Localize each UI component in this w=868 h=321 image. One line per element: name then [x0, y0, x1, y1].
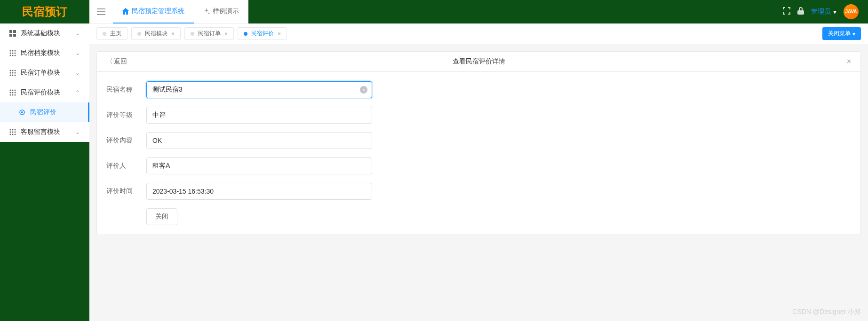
grid-icon — [9, 89, 16, 96]
sidebar-item-label: 系统基础模块 — [21, 29, 71, 38]
detail-form: 民宿名称 × 评价等级 评价内容 — [97, 72, 860, 235]
close-button[interactable]: 关闭 — [146, 208, 177, 225]
top-tab-system[interactable]: 民宿预定管理系统 — [113, 0, 194, 23]
top-tab-label: 样例演示 — [213, 7, 239, 16]
review-level-input[interactable] — [146, 107, 372, 124]
back-button[interactable]: 〈 返回 — [106, 57, 127, 66]
svg-point-37 — [15, 134, 16, 135]
top-tab-label: 民宿预定管理系统 — [132, 7, 184, 16]
form-label: 评价内容 — [106, 136, 146, 145]
page-tab-home[interactable]: 主页 — [96, 27, 127, 40]
close-icon[interactable]: × — [224, 31, 228, 37]
review-content-input[interactable] — [146, 132, 372, 149]
review-time-input[interactable] — [146, 183, 372, 200]
sparkle-icon — [203, 8, 210, 15]
sidebar-subitem-review[interactable]: 民宿评价 — [0, 102, 89, 122]
form-row-level: 评价等级 — [106, 107, 851, 124]
header: 民宿预订 民宿预定管理系统 样例演示 管理员 ▾ JAV — [0, 0, 868, 23]
tab-indicator-icon — [103, 32, 106, 36]
sidebar-item-review[interactable]: 民宿评价模块 ⌃ — [0, 83, 89, 102]
target-icon — [19, 109, 25, 116]
sidebar-item-archive[interactable]: 民宿档案模块 ⌄ — [0, 43, 89, 63]
svg-point-24 — [10, 94, 11, 96]
svg-point-7 — [12, 55, 14, 56]
svg-point-30 — [12, 129, 14, 131]
close-icon[interactable]: × — [278, 31, 281, 37]
header-right: 管理员 ▾ JAVA — [248, 0, 868, 23]
admin-dropdown-arrow[interactable]: ▾ — [833, 8, 836, 16]
sidebar-item-message[interactable]: 客服留言模块 ⌄ — [0, 122, 89, 142]
panel-close-button[interactable]: × — [847, 57, 851, 66]
svg-point-2 — [15, 50, 16, 52]
panel-title: 查看民宿评价详情 — [453, 57, 505, 66]
chevron-down-icon: ⌄ — [75, 129, 80, 135]
clear-button[interactable]: × — [360, 86, 367, 94]
sidebar-item-label: 民宿评价模块 — [21, 88, 71, 97]
sidebar-item-order[interactable]: 民宿订单模块 ⌄ — [0, 63, 89, 83]
panel-header: 〈 返回 查看民宿评价详情 × — [97, 52, 860, 72]
svg-point-9 — [10, 70, 11, 71]
page-tab-label: 主页 — [110, 30, 121, 38]
close-icon[interactable]: × — [171, 31, 175, 37]
back-label: 返回 — [114, 57, 127, 66]
lock-button[interactable] — [797, 7, 804, 16]
reviewer-input[interactable] — [146, 157, 372, 174]
page-tab-review[interactable]: 民宿评价 × — [238, 27, 287, 40]
svg-point-34 — [15, 132, 16, 133]
sidebar-subitem-label: 民宿评价 — [30, 108, 56, 117]
tab-indicator-icon — [244, 32, 247, 36]
svg-point-26 — [15, 94, 16, 96]
svg-point-12 — [10, 72, 11, 74]
lock-icon — [797, 7, 804, 15]
close-icon: × — [362, 87, 365, 93]
chevron-up-icon: ⌃ — [75, 89, 80, 96]
sidebar-item-label: 客服留言模块 — [21, 128, 71, 136]
avatar-text: JAVA — [845, 9, 857, 14]
page-tab-label: 民宿订单 — [198, 30, 221, 38]
svg-point-36 — [12, 134, 14, 135]
svg-point-8 — [15, 55, 16, 56]
homestay-name-input[interactable] — [146, 81, 372, 98]
fullscreen-button[interactable] — [783, 7, 790, 16]
form-row-time: 评价时间 — [106, 183, 851, 200]
close-menu-label: 关闭菜单 — [828, 30, 851, 38]
svg-point-25 — [12, 94, 14, 96]
top-tab-demo[interactable]: 样例演示 — [194, 0, 248, 23]
svg-point-11 — [15, 70, 16, 71]
svg-point-19 — [12, 90, 14, 91]
svg-point-0 — [10, 50, 11, 52]
detail-panel: 〈 返回 查看民宿评价详情 × 民宿名称 × — [96, 51, 861, 235]
form-row-reviewer: 评价人 — [106, 157, 851, 174]
page-tab-label: 民宿模块 — [145, 30, 167, 38]
tab-indicator-icon — [137, 32, 141, 36]
page-tab-order[interactable]: 民宿订单 × — [184, 27, 234, 40]
sidebar-item-system-base[interactable]: 系统基础模块 ⌄ — [0, 23, 89, 43]
form-label: 评价等级 — [106, 111, 146, 119]
form-row-name: 民宿名称 × — [106, 81, 851, 98]
chevron-down-icon: ▾ — [852, 31, 855, 37]
top-tabs: 民宿预定管理系统 样例演示 — [113, 0, 248, 23]
svg-point-13 — [12, 72, 14, 74]
svg-point-18 — [10, 90, 11, 91]
sidebar: 系统基础模块 ⌄ 民宿档案模块 ⌄ 民宿订单模块 ⌄ — [0, 23, 89, 142]
admin-label[interactable]: 管理员 — [811, 8, 831, 16]
hamburger-icon — [97, 8, 105, 15]
page-tab-module[interactable]: 民宿模块 × — [131, 27, 181, 40]
sidebar-item-label: 民宿订单模块 — [21, 69, 71, 77]
svg-point-23 — [15, 92, 16, 94]
tab-indicator-icon — [191, 32, 194, 36]
svg-point-28 — [21, 111, 23, 113]
svg-point-4 — [12, 53, 14, 54]
fullscreen-icon — [783, 7, 790, 15]
dashboard-icon — [9, 30, 16, 37]
grid-icon — [9, 50, 16, 56]
home-icon — [122, 8, 129, 15]
chevron-down-icon: ⌄ — [75, 50, 80, 56]
svg-point-31 — [15, 129, 16, 131]
avatar[interactable]: JAVA — [844, 4, 859, 19]
svg-point-20 — [15, 90, 16, 91]
sidebar-item-label: 民宿档案模块 — [21, 49, 71, 57]
form-label: 评价时间 — [106, 187, 146, 196]
close-menu-button[interactable]: 关闭菜单 ▾ — [822, 27, 861, 40]
menu-toggle-button[interactable] — [89, 0, 113, 23]
